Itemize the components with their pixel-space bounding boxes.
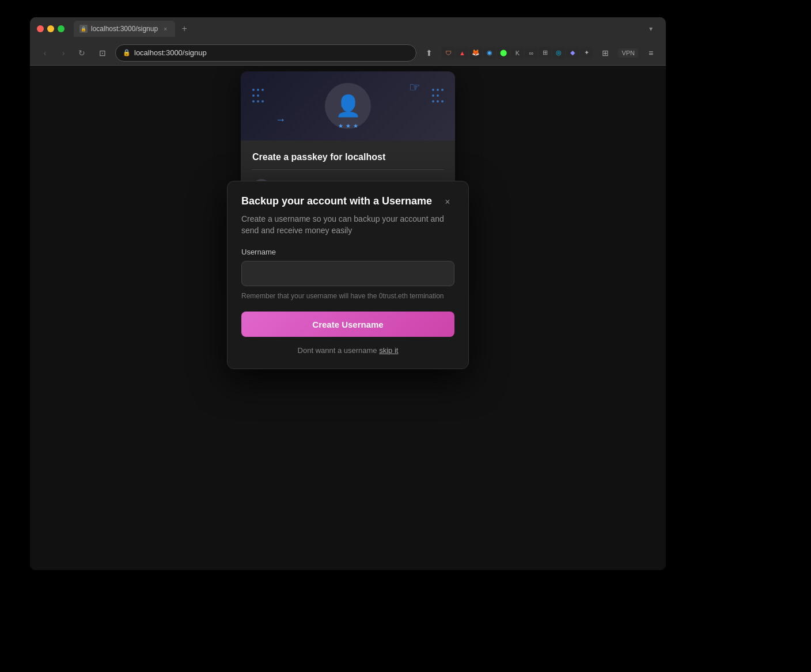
passkey-fingerprint-icon: ☞ (409, 80, 420, 95)
username-hint-text: Remember that your username will have th… (241, 292, 454, 300)
window-settings-icon[interactable]: ▾ (643, 21, 659, 37)
tab-favicon: 🔒 (79, 25, 88, 33)
passkey-illustration: 👤 → ☞ ★ ★ ★ (241, 71, 455, 141)
dots-right (432, 89, 444, 102)
skip-prefix-text: Dont wannt a username (298, 346, 380, 355)
modal-title: Backup your account with a Username (241, 195, 432, 207)
tab-bar: 🔒 localhost:3000/signup × + (74, 21, 191, 37)
nav-buttons: ‹ › ↻ (37, 45, 90, 61)
address-text: localhost:3000/signup (134, 48, 207, 57)
share-icon[interactable]: ⬆ (421, 45, 437, 61)
active-tab[interactable]: 🔒 localhost:3000/signup × (74, 21, 175, 37)
ext-triangle-icon[interactable]: ▲ (456, 47, 468, 59)
modal-close-button[interactable]: × (441, 195, 454, 209)
reload-button[interactable]: ↻ (74, 45, 90, 61)
dots-left (252, 89, 264, 102)
security-lock-icon: 🔒 (123, 49, 131, 56)
extensions-bar: 🛡 ▲ 🦊 ◉ ⬤ K ∞ ⊞ ◎ ◆ ✦ (442, 47, 593, 59)
tab-close-button[interactable]: × (161, 25, 169, 33)
ext-fox-icon[interactable]: 🦊 (469, 47, 482, 59)
forward-button[interactable]: › (55, 45, 71, 61)
ext-blue-icon[interactable]: ◉ (483, 47, 496, 59)
modal-header: Backup your account with a Username × (241, 195, 454, 209)
passkey-arrow-icon: → (275, 114, 286, 126)
new-tab-button[interactable]: + (177, 22, 191, 36)
page-content: 👤 → ☞ ★ ★ ★ (30, 66, 666, 570)
tab-label: localhost:3000/signup (91, 25, 158, 33)
ext-dots-icon[interactable]: ∞ (525, 47, 537, 59)
ext-diamond-icon[interactable]: ◆ (566, 47, 579, 59)
vpn-button[interactable]: VPN (618, 48, 638, 58)
ext-circle-icon[interactable]: ⬤ (497, 47, 510, 59)
ext-k-icon[interactable]: K (511, 47, 524, 59)
ext-shield-icon[interactable]: 🛡 (442, 47, 454, 59)
skip-row: Dont wannt a username skip it (241, 346, 454, 355)
maximize-button[interactable] (58, 25, 65, 32)
username-modal: Backup your account with a Username × Cr… (227, 181, 469, 369)
passkey-center-circle: 👤 (325, 83, 371, 129)
ext-target-icon[interactable]: ◎ (552, 47, 565, 59)
passkey-dialog-title: Create a passkey for localhost (252, 152, 444, 170)
create-username-button[interactable]: Create Username (241, 312, 454, 337)
modal-description: Create a username so you can backup your… (241, 214, 454, 236)
vpn-label: VPN (621, 50, 635, 56)
menu-icon[interactable]: ≡ (643, 45, 659, 61)
skip-link[interactable]: skip it (379, 346, 398, 355)
username-input[interactable] (241, 261, 454, 286)
ext-star-icon[interactable]: ✦ (580, 47, 593, 59)
title-bar: 🔒 localhost:3000/signup × + ▾ (30, 17, 666, 40)
passkey-user-icon: 👤 (335, 94, 361, 118)
address-bar[interactable]: 🔒 localhost:3000/signup (115, 44, 416, 62)
traffic-lights (37, 25, 65, 32)
minimize-button[interactable] (47, 25, 54, 32)
toolbar: ‹ › ↻ ⊡ 🔒 localhost:3000/signup ⬆ 🛡 ▲ 🦊 … (30, 40, 666, 66)
passkey-stars: ★ ★ ★ (338, 123, 358, 129)
username-input-label: Username (241, 248, 454, 256)
bookmark-button[interactable]: ⊡ (94, 45, 111, 61)
ext-grid-icon[interactable]: ⊞ (539, 47, 551, 59)
back-button[interactable]: ‹ (37, 45, 53, 61)
browser-window: 🔒 localhost:3000/signup × + ▾ ‹ › ↻ ⊡ 🔒 … (30, 17, 666, 570)
sidebar-toggle-icon[interactable]: ⊞ (597, 45, 613, 61)
close-button[interactable] (37, 25, 44, 32)
